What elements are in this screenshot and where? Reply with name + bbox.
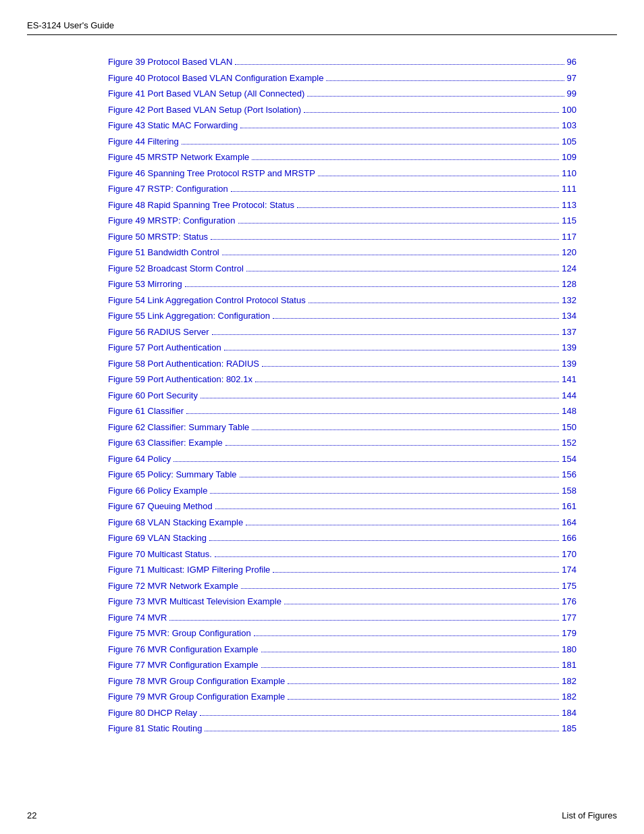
toc-link[interactable]: Figure 60 Port Security xyxy=(108,389,198,402)
toc-link[interactable]: Figure 39 Protocol Based VLAN xyxy=(108,55,232,69)
toc-link[interactable]: Figure 53 Mirroring xyxy=(108,278,182,291)
toc-entry: Figure 79 MVR Group Configuration Exampl… xyxy=(108,690,576,704)
toc-page-number: 134 xyxy=(562,309,576,323)
toc-link[interactable]: Figure 73 MVR Multicast Television Examp… xyxy=(108,595,281,608)
toc-link[interactable]: Figure 67 Queuing Method xyxy=(108,500,213,513)
toc-page-number: 156 xyxy=(562,468,576,481)
toc-dots xyxy=(169,620,559,621)
toc-link[interactable]: Figure 61 Classifier xyxy=(108,405,184,418)
toc-link[interactable]: Figure 59 Port Authentication: 802.1x xyxy=(108,373,252,386)
toc-entry: Figure 59 Port Authentication: 802.1x141 xyxy=(108,373,576,386)
toc-link[interactable]: Figure 81 Static Routing xyxy=(108,722,202,735)
toc-entry: Figure 58 Port Authentication: RADIUS139 xyxy=(108,357,576,371)
toc-link[interactable]: Figure 71 Multicast: IGMP Filtering Prof… xyxy=(108,563,270,577)
page-footer: 22 List of Figures xyxy=(27,810,617,820)
toc-entry: Figure 44 Filtering105 xyxy=(108,135,576,149)
toc-entry: Figure 77 MVR Configuration Example181 xyxy=(108,658,576,672)
toc-entry: Figure 39 Protocol Based VLAN96 xyxy=(108,55,576,69)
page-container: ES-3124 User's Guide Figure 39 Protocol … xyxy=(0,0,644,834)
toc-page-number: 105 xyxy=(562,135,576,149)
toc-page-number: 176 xyxy=(562,595,576,608)
toc-page-number: 177 xyxy=(562,611,576,625)
toc-link[interactable]: Figure 70 Multicast Status. xyxy=(108,548,212,561)
toc-page-number: 120 xyxy=(562,246,576,259)
toc-dots xyxy=(209,540,559,541)
toc-page-number: 161 xyxy=(562,500,576,513)
toc-dots xyxy=(212,334,560,335)
toc-link[interactable]: Figure 49 MRSTP: Configuration xyxy=(108,214,236,228)
toc-dots xyxy=(284,604,559,604)
toc-entry: Figure 41 Port Based VLAN Setup (All Con… xyxy=(108,87,576,101)
toc-entry: Figure 74 MVR177 xyxy=(108,611,576,625)
toc-entry: Figure 50 MRSTP: Status117 xyxy=(108,230,576,244)
toc-page-number: 182 xyxy=(562,675,576,688)
toc-entry: Figure 47 RSTP: Configuration111 xyxy=(108,182,576,196)
toc-link[interactable]: Figure 66 Policy Example xyxy=(108,484,207,498)
toc-link[interactable]: Figure 75 MVR: Group Configuration xyxy=(108,627,251,640)
toc-link[interactable]: Figure 40 Protocol Based VLAN Configurat… xyxy=(108,72,323,85)
toc-entry: Figure 49 MRSTP: Configuration115 xyxy=(108,214,576,228)
toc-link[interactable]: Figure 52 Broadcast Storm Control xyxy=(108,262,244,276)
toc-entry: Figure 52 Broadcast Storm Control124 xyxy=(108,262,576,276)
toc-entry: Figure 80 DHCP Relay184 xyxy=(108,706,576,720)
toc-entry: Figure 51 Bandwidth Control120 xyxy=(108,246,576,259)
toc-link[interactable]: Figure 50 MRSTP: Status xyxy=(108,230,208,244)
toc-entry: Figure 56 RADIUS Server137 xyxy=(108,325,576,339)
toc-link[interactable]: Figure 77 MVR Configuration Example xyxy=(108,658,259,672)
toc-link[interactable]: Figure 54 Link Aggregation Control Proto… xyxy=(108,294,306,307)
toc-entry: Figure 62 Classifier: Summary Table150 xyxy=(108,421,576,434)
toc-dots xyxy=(262,366,559,367)
toc-dots xyxy=(200,715,559,716)
toc-entry: Figure 68 VLAN Stacking Example164 xyxy=(108,516,576,529)
toc-dots xyxy=(224,350,560,350)
toc-link[interactable]: Figure 64 Policy xyxy=(108,452,171,466)
toc-link[interactable]: Figure 41 Port Based VLAN Setup (All Con… xyxy=(108,87,304,101)
toc-link[interactable]: Figure 57 Port Authentication xyxy=(108,341,221,355)
toc-link[interactable]: Figure 47 RSTP: Configuration xyxy=(108,182,228,196)
toc-link[interactable]: Figure 74 MVR xyxy=(108,611,167,625)
toc-link[interactable]: Figure 69 VLAN Stacking xyxy=(108,531,207,545)
toc-dots xyxy=(240,477,560,477)
toc-entry: Figure 60 Port Security144 xyxy=(108,389,576,402)
toc-dots xyxy=(240,128,559,128)
toc-page-number: 158 xyxy=(562,484,576,498)
toc-link[interactable]: Figure 44 Filtering xyxy=(108,135,179,149)
toc-entry: Figure 61 Classifier148 xyxy=(108,405,576,418)
toc-entry: Figure 40 Protocol Based VLAN Configurat… xyxy=(108,72,576,85)
toc-dots xyxy=(246,525,559,525)
toc-link[interactable]: Figure 42 Port Based VLAN Setup (Port Is… xyxy=(108,103,301,117)
toc-dots xyxy=(231,191,560,192)
toc-link[interactable]: Figure 51 Bandwidth Control xyxy=(108,246,219,259)
toc-link[interactable]: Figure 46 Spanning Tree Protocol RSTP an… xyxy=(108,167,315,180)
toc-link[interactable]: Figure 43 Static MAC Forwarding xyxy=(108,119,238,132)
toc-link[interactable]: Figure 62 Classifier: Summary Table xyxy=(108,421,249,434)
toc-link[interactable]: Figure 68 VLAN Stacking Example xyxy=(108,516,243,529)
toc-dots xyxy=(273,572,559,573)
toc-page-number: 141 xyxy=(562,373,576,386)
toc-link[interactable]: Figure 79 MVR Group Configuration Exampl… xyxy=(108,690,285,704)
toc-container: Figure 39 Protocol Based VLAN96Figure 40… xyxy=(27,55,617,735)
toc-link[interactable]: Figure 48 Rapid Spanning Tree Protocol: … xyxy=(108,199,294,212)
toc-page-number: 148 xyxy=(562,405,576,418)
toc-entry: Figure 64 Policy154 xyxy=(108,452,576,466)
toc-page-number: 124 xyxy=(562,262,576,276)
toc-page-number: 139 xyxy=(562,341,576,355)
toc-link[interactable]: Figure 56 RADIUS Server xyxy=(108,325,209,339)
toc-page-number: 99 xyxy=(567,87,576,101)
toc-link[interactable]: Figure 76 MVR Configuration Example xyxy=(108,643,259,656)
toc-link[interactable]: Figure 58 Port Authentication: RADIUS xyxy=(108,357,259,371)
toc-entry: Figure 48 Rapid Spanning Tree Protocol: … xyxy=(108,199,576,212)
toc-dots xyxy=(261,652,560,652)
toc-page-number: 103 xyxy=(562,119,576,132)
toc-link[interactable]: Figure 78 MVR Group Configuration Exampl… xyxy=(108,675,285,688)
toc-link[interactable]: Figure 45 MRSTP Network Example xyxy=(108,151,249,164)
toc-link[interactable]: Figure 63 Classifier: Example xyxy=(108,436,223,450)
toc-entry: Figure 43 Static MAC Forwarding103 xyxy=(108,119,576,132)
toc-dots xyxy=(304,112,559,113)
toc-dots xyxy=(246,271,559,271)
toc-dots xyxy=(252,429,559,430)
toc-link[interactable]: Figure 65 Policy: Summary Table xyxy=(108,468,237,481)
toc-link[interactable]: Figure 55 Link Aggregation: Configuratio… xyxy=(108,309,270,323)
toc-link[interactable]: Figure 80 DHCP Relay xyxy=(108,706,197,720)
toc-link[interactable]: Figure 72 MVR Network Example xyxy=(108,579,238,593)
